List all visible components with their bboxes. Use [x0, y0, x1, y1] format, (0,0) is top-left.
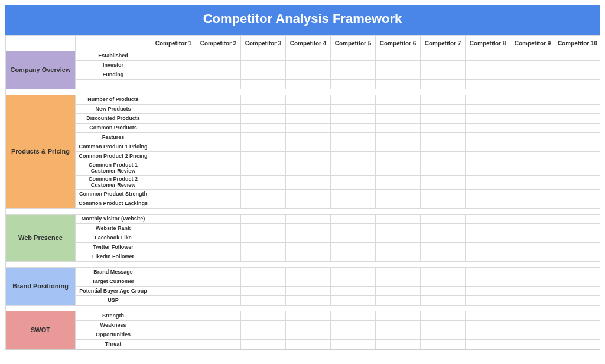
value-cell[interactable]: [196, 233, 241, 243]
value-cell[interactable]: [421, 142, 466, 152]
value-cell[interactable]: [331, 142, 376, 152]
value-cell[interactable]: [555, 199, 600, 209]
value-cell[interactable]: [376, 80, 421, 89]
value-cell[interactable]: [151, 321, 196, 330]
value-cell[interactable]: [466, 296, 510, 306]
value-cell[interactable]: [286, 287, 331, 296]
value-cell[interactable]: [510, 70, 555, 80]
value-cell[interactable]: [151, 61, 196, 70]
value-cell[interactable]: [466, 233, 510, 243]
value-cell[interactable]: [286, 70, 331, 80]
value-cell[interactable]: [376, 340, 421, 349]
value-cell[interactable]: [555, 330, 600, 340]
value-cell[interactable]: [241, 95, 286, 105]
value-cell[interactable]: [510, 105, 555, 114]
value-cell[interactable]: [241, 176, 286, 190]
value-cell[interactable]: [376, 190, 421, 199]
value-cell[interactable]: [510, 80, 555, 89]
value-cell[interactable]: [466, 199, 510, 209]
value-cell[interactable]: [151, 224, 196, 233]
value-cell[interactable]: [421, 190, 466, 199]
value-cell[interactable]: [466, 214, 510, 224]
value-cell[interactable]: [151, 277, 196, 287]
value-cell[interactable]: [331, 287, 376, 296]
value-cell[interactable]: [421, 287, 466, 296]
value-cell[interactable]: [286, 61, 331, 70]
value-cell[interactable]: [331, 277, 376, 287]
value-cell[interactable]: [555, 124, 600, 133]
value-cell[interactable]: [241, 252, 286, 262]
value-cell[interactable]: [331, 330, 376, 340]
value-cell[interactable]: [151, 142, 196, 152]
value-cell[interactable]: [555, 340, 600, 349]
value-cell[interactable]: [466, 340, 510, 349]
value-cell[interactable]: [286, 296, 331, 306]
value-cell[interactable]: [151, 51, 196, 61]
value-cell[interactable]: [421, 311, 466, 321]
value-cell[interactable]: [331, 233, 376, 243]
value-cell[interactable]: [196, 176, 241, 190]
value-cell[interactable]: [331, 176, 376, 190]
value-cell[interactable]: [466, 114, 510, 124]
value-cell[interactable]: [555, 224, 600, 233]
value-cell[interactable]: [331, 124, 376, 133]
value-cell[interactable]: [151, 161, 196, 176]
value-cell[interactable]: [241, 80, 286, 89]
value-cell[interactable]: [555, 277, 600, 287]
value-cell[interactable]: [376, 330, 421, 340]
value-cell[interactable]: [196, 114, 241, 124]
value-cell[interactable]: [466, 61, 510, 70]
value-cell[interactable]: [241, 311, 286, 321]
value-cell[interactable]: [331, 243, 376, 252]
value-cell[interactable]: [196, 161, 241, 176]
value-cell[interactable]: [466, 80, 510, 89]
value-cell[interactable]: [241, 224, 286, 233]
value-cell[interactable]: [376, 268, 421, 277]
value-cell[interactable]: [286, 51, 331, 61]
value-cell[interactable]: [286, 124, 331, 133]
value-cell[interactable]: [376, 321, 421, 330]
value-cell[interactable]: [241, 161, 286, 176]
value-cell[interactable]: [241, 51, 286, 61]
value-cell[interactable]: [510, 311, 555, 321]
value-cell[interactable]: [331, 51, 376, 61]
value-cell[interactable]: [151, 330, 196, 340]
value-cell[interactable]: [286, 105, 331, 114]
value-cell[interactable]: [510, 252, 555, 262]
value-cell[interactable]: [555, 268, 600, 277]
value-cell[interactable]: [241, 321, 286, 330]
value-cell[interactable]: [196, 152, 241, 161]
value-cell[interactable]: [555, 95, 600, 105]
value-cell[interactable]: [555, 142, 600, 152]
value-cell[interactable]: [466, 277, 510, 287]
value-cell[interactable]: [331, 105, 376, 114]
value-cell[interactable]: [376, 114, 421, 124]
value-cell[interactable]: [466, 268, 510, 277]
value-cell[interactable]: [196, 61, 241, 70]
value-cell[interactable]: [510, 340, 555, 349]
value-cell[interactable]: [421, 296, 466, 306]
value-cell[interactable]: [331, 114, 376, 124]
value-cell[interactable]: [421, 330, 466, 340]
value-cell[interactable]: [421, 105, 466, 114]
value-cell[interactable]: [376, 243, 421, 252]
value-cell[interactable]: [376, 70, 421, 80]
value-cell[interactable]: [421, 321, 466, 330]
value-cell[interactable]: [466, 243, 510, 252]
value-cell[interactable]: [196, 268, 241, 277]
value-cell[interactable]: [241, 243, 286, 252]
value-cell[interactable]: [241, 340, 286, 349]
value-cell[interactable]: [151, 268, 196, 277]
value-cell[interactable]: [196, 321, 241, 330]
value-cell[interactable]: [376, 233, 421, 243]
value-cell[interactable]: [241, 124, 286, 133]
value-cell[interactable]: [421, 233, 466, 243]
value-cell[interactable]: [510, 190, 555, 199]
value-cell[interactable]: [510, 233, 555, 243]
value-cell[interactable]: [151, 311, 196, 321]
value-cell[interactable]: [286, 233, 331, 243]
value-cell[interactable]: [241, 105, 286, 114]
value-cell[interactable]: [286, 268, 331, 277]
value-cell[interactable]: [376, 214, 421, 224]
value-cell[interactable]: [241, 296, 286, 306]
